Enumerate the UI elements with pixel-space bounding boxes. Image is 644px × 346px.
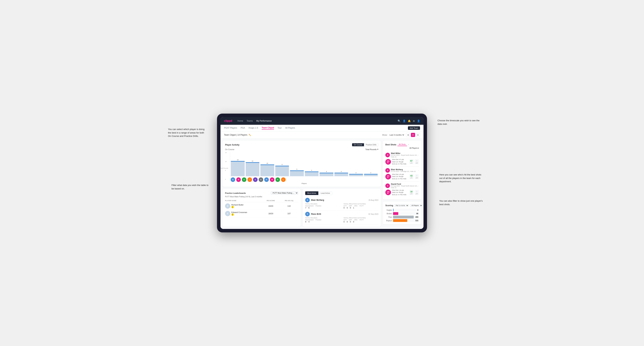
- plus-icon[interactable]: ⊕: [413, 120, 415, 122]
- shot-chevron[interactable]: ›: [418, 169, 419, 172]
- lb-table-header: PLAYER NAME PB SCORE PB AVG SQ: [225, 199, 298, 202]
- leaderboard-filter-select[interactable]: PUTT Must Make Putting ...: [271, 191, 298, 195]
- player-avatar[interactable]: E: [276, 177, 280, 182]
- all-players-filter[interactable]: All Players ▾: [410, 147, 419, 149]
- player-avatar[interactable]: R: [236, 177, 241, 182]
- bar-group: 2: [364, 152, 378, 176]
- bar[interactable]: [364, 174, 378, 176]
- bar-value: 5: [296, 169, 297, 170]
- heart-view-button[interactable]: ♥: [411, 133, 415, 137]
- list-view-button[interactable]: ☰: [416, 133, 420, 137]
- player-avatar[interactable]: D: [242, 177, 246, 182]
- nav-links: Home Teams My Performance: [238, 120, 398, 122]
- metric-box-dist: 16 yds: [409, 190, 414, 195]
- most-active-player-item[interactable]: B Blair McHarg 26 Aug 2023 Total Rounds …: [305, 196, 378, 210]
- scoring-par-filter[interactable]: Par 3, 4 & 5s: [394, 204, 409, 207]
- nav-teams[interactable]: Teams: [246, 120, 253, 122]
- profile-icon[interactable]: 👤: [417, 120, 420, 122]
- bar[interactable]: [349, 174, 363, 176]
- player-avatar[interactable]: M: [270, 177, 274, 182]
- most-active-button[interactable]: Most Active: [305, 191, 318, 195]
- bar[interactable]: [246, 162, 260, 176]
- shot-badge: 200 SG: [385, 159, 391, 165]
- player-avatar[interactable]: L: [281, 177, 286, 182]
- bar-value: 3: [326, 171, 327, 172]
- bar[interactable]: [260, 165, 274, 176]
- y-axis: 15 10 5 0: [225, 152, 226, 181]
- all-shots-tab[interactable]: All Shots: [398, 143, 407, 146]
- y-label-10: 10: [225, 161, 226, 162]
- shot-item[interactable]: M Matt Miller 09 Jun 2023 · Royal North …: [385, 151, 419, 167]
- bar[interactable]: [231, 161, 245, 176]
- shot-chevron[interactable]: ›: [418, 154, 419, 156]
- bar-highlight: [349, 174, 363, 174]
- shot-item[interactable]: B Blair McHarg 23 Jul 2023 · Ashridge GC…: [385, 167, 419, 181]
- active-player-name: Rees Britt: [311, 213, 321, 215]
- best-shots-card: Best Shots All Shots ▾ All Players ▾ M M…: [383, 141, 422, 199]
- bar[interactable]: [334, 173, 348, 176]
- shot-location: 24 Aug 2023 · Royal North Devon GC, Hole…: [391, 185, 418, 188]
- subnav-pga[interactable]: PGA: [240, 127, 245, 130]
- search-icon[interactable]: 🔍: [398, 120, 400, 122]
- annotation-bottom-left: Filter what data you wish the table to b…: [172, 183, 210, 190]
- lb-row[interactable]: R Richard Butler 1 19/20 110: [225, 202, 298, 210]
- active-player-name: Blair McHarg: [311, 199, 324, 201]
- subnav-all-players[interactable]: All Players: [285, 127, 295, 130]
- team-header: Team Clippd | 14 Players ✏️ Show: Last 3…: [220, 131, 424, 139]
- show-label: Show: Last 3 months Last month Last 6 mo…: [382, 133, 420, 137]
- subnav-hcaps[interactable]: Hcaps 1-5: [248, 127, 258, 130]
- subnav-tour[interactable]: Tour: [278, 127, 282, 130]
- activity-date: 02 Sep 2023: [368, 213, 378, 215]
- bar[interactable]: [290, 170, 304, 176]
- bar-value: 3: [341, 171, 342, 172]
- nav-home[interactable]: Home: [238, 120, 243, 122]
- lb-row[interactable]: E Edward Crossman 2 18/20 107: [225, 210, 298, 217]
- scoring-value: 3: [417, 209, 418, 211]
- sub-nav-right: Add Team: [408, 126, 420, 130]
- course-toggle-group: On Course Practice Drills: [352, 143, 378, 147]
- bar-highlight: [364, 174, 378, 174]
- add-team-button[interactable]: Add Team: [408, 126, 420, 130]
- nav-my-performance[interactable]: My Performance: [256, 120, 272, 122]
- active-players-list: B Blair McHarg 26 Aug 2023 Total Rounds …: [305, 196, 378, 224]
- logo: clippd: [224, 119, 232, 123]
- player-avatar[interactable]: E: [253, 177, 258, 182]
- scoring-bar-container: 3: [393, 209, 419, 211]
- bar-highlight: [231, 161, 245, 162]
- bar[interactable]: [305, 172, 319, 176]
- player-avatar[interactable]: B: [231, 177, 235, 182]
- edit-icon[interactable]: ✏️: [249, 134, 251, 136]
- grid-view-button[interactable]: ⊞: [406, 133, 410, 137]
- shot-chevron[interactable]: ›: [418, 184, 419, 187]
- player-avatar[interactable]: J: [248, 177, 252, 182]
- subnav-team-clippd[interactable]: Team Clippd: [262, 127, 274, 130]
- player-avatar[interactable]: R: [264, 177, 269, 182]
- bar[interactable]: [275, 166, 289, 176]
- main-content: Player Activity On Course Practice Drill…: [220, 139, 424, 229]
- bar-value: 12: [252, 160, 253, 162]
- shot-avatar: M: [385, 153, 390, 157]
- bar[interactable]: [320, 173, 334, 176]
- on-course-toggle[interactable]: On Course: [352, 143, 364, 146]
- subnav-pgat[interactable]: PGAT Players: [224, 127, 237, 130]
- bar-group: 4: [305, 152, 319, 176]
- scoring-players-filter[interactable]: All Players: [410, 204, 422, 207]
- y-label-5: 5: [225, 170, 226, 171]
- most-active-header: Most Active Least Active: [305, 191, 378, 195]
- scoring-header: Scoring Par 3, 4 & 5s All Players: [385, 204, 419, 207]
- bell-icon[interactable]: 🔔: [408, 120, 411, 122]
- practice-drills-toggle[interactable]: Practice Drills: [364, 143, 378, 146]
- users-icon[interactable]: 👤: [403, 120, 406, 122]
- shot-item[interactable]: D David Ford 24 Aug 2023 · Royal North D…: [385, 181, 419, 197]
- player-activity-title: Player Activity: [225, 144, 240, 146]
- scoring-value: 96: [416, 213, 418, 215]
- scoring-chart: Eagles 3 Birdies 96 Pars 499 Bogeys 315: [385, 209, 419, 222]
- time-filter-select[interactable]: Last 3 months Last month Last 6 months L…: [389, 134, 404, 136]
- bar-group: 9: [275, 152, 289, 176]
- chart-filter-dropdown[interactable]: Total Rounds ▾: [366, 148, 378, 151]
- least-active-button[interactable]: Least Active: [318, 191, 332, 195]
- annotation-top-right: Choose the timescale you wish to see the…: [438, 119, 483, 126]
- player-avatar[interactable]: G: [259, 177, 263, 182]
- most-active-player-item[interactable]: R Rees Britt 02 Sep 2023 Total Rounds To…: [305, 210, 378, 224]
- metric-box-zero: 0 yds: [415, 159, 419, 164]
